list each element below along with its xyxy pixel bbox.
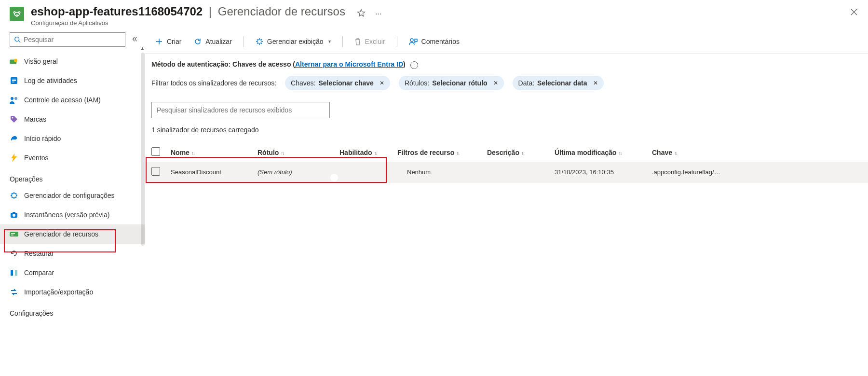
sidebar-item-compare[interactable]: Comparar (0, 263, 145, 282)
filter-pill-keys[interactable]: Chaves: Selecionar chave ✕ (285, 76, 390, 90)
gear-icon (256, 38, 263, 45)
col-header-key[interactable]: Chave↑↓ (652, 149, 863, 156)
svg-point-22 (258, 40, 261, 43)
tags-icon (10, 115, 18, 124)
sidebar-item-activity-log[interactable]: Log de atividades (0, 71, 145, 90)
cell-filters: Nenhum (397, 168, 487, 176)
filter-label: Filtrar todos os sinalizadores de recurs… (151, 79, 276, 87)
select-all-checkbox[interactable] (151, 147, 160, 156)
col-header-name[interactable]: Nome↑↓ (171, 149, 258, 156)
filter-pill-date[interactable]: Data: Selecionar data ✕ (513, 76, 604, 90)
toolbar-label: Atualizar (205, 38, 231, 45)
toolbar-label: Comentários (421, 38, 460, 45)
cell-label: (Sem rótulo) (258, 168, 339, 176)
refresh-icon (194, 38, 202, 45)
separator (342, 36, 343, 47)
compare-icon (10, 268, 18, 277)
auth-suffix: ) (403, 60, 406, 68)
scrollbar[interactable] (141, 53, 145, 246)
sidebar-search-input[interactable] (10, 32, 125, 47)
feedback-button[interactable]: Comentários (403, 33, 465, 50)
search-flags-input[interactable] (151, 102, 330, 118)
sidebar-item-label: Eventos (24, 154, 49, 162)
svg-point-23 (410, 39, 413, 42)
sidebar-item-label: Controle de acesso (IAM) (24, 96, 101, 104)
svg-point-11 (14, 97, 17, 100)
page-title: Gerenciador de recursos (218, 5, 345, 18)
svg-rect-21 (15, 270, 17, 276)
main-content: Criar Atualizar Gerenciar exibição ▾ Exc… (145, 29, 868, 374)
row-checkbox[interactable] (151, 167, 160, 176)
svg-point-12 (12, 117, 14, 119)
sidebar-item-quickstart[interactable]: Início rápido (0, 129, 145, 148)
svg-point-5 (14, 59, 17, 62)
config-manager-icon (10, 191, 18, 200)
sidebar-item-config-manager[interactable]: Gerenciador de configurações (0, 186, 145, 205)
close-icon[interactable] (851, 9, 857, 17)
svg-rect-19 (11, 235, 14, 236)
info-icon[interactable]: i (410, 61, 418, 69)
quickstart-icon (10, 134, 18, 143)
filter-pill-labels[interactable]: Rótulos: Selecionar rótulo ✕ (399, 76, 504, 90)
separator (397, 36, 397, 47)
col-header-filters[interactable]: Filtros de recurso↑↓ (397, 149, 487, 156)
activity-log-icon (10, 76, 18, 85)
sidebar-item-restore[interactable]: Restaurar (0, 244, 145, 263)
plus-icon (155, 38, 163, 45)
table-row[interactable]: SeasonalDiscount (Sem rótulo) Nenhum 31/… (145, 162, 868, 183)
import-export-icon (10, 288, 18, 296)
svg-point-10 (11, 97, 14, 100)
sidebar-item-feature-manager[interactable]: Gerenciador de recursos (0, 224, 145, 244)
svg-rect-18 (11, 233, 15, 234)
clear-icon[interactable]: ✕ (493, 80, 498, 86)
separator (244, 36, 244, 47)
collapse-sidebar-icon[interactable] (131, 36, 138, 44)
clear-icon[interactable]: ✕ (380, 80, 384, 86)
sidebar-item-label: Gerenciador de configurações (24, 192, 115, 199)
svg-point-0 (14, 12, 15, 13)
sidebar-section-operations: Operações (0, 167, 145, 186)
sidebar-section-settings: Configurações (0, 302, 145, 320)
svg-point-1 (18, 12, 20, 13)
svg-rect-17 (10, 232, 18, 237)
sidebar-item-import-export[interactable]: Importação/exportação (0, 282, 145, 302)
sidebar-item-tags[interactable]: Marcas (0, 110, 145, 129)
sidebar: Visão geral Log de atividades Controle d… (0, 29, 145, 374)
delete-button: Excluir (349, 33, 391, 50)
resource-name: eshop-app-features1168054702 (31, 5, 203, 18)
manage-view-button[interactable]: Gerenciar exibição ▾ (250, 33, 337, 50)
feature-manager-icon (10, 230, 18, 238)
auth-switch-link[interactable]: Alternar para o Microsoft Entra ID (295, 60, 403, 68)
events-icon (10, 153, 18, 162)
svg-point-2 (16, 15, 17, 16)
refresh-button[interactable]: Atualizar (188, 33, 237, 50)
restore-icon (10, 249, 18, 258)
sidebar-item-overview[interactable]: Visão geral (0, 52, 145, 71)
favorite-icon[interactable] (357, 9, 366, 19)
sidebar-item-events[interactable]: Eventos (0, 148, 145, 167)
resource-icon (10, 7, 24, 21)
col-header-modified[interactable]: Última modificação↑↓ (555, 149, 652, 156)
chevron-down-icon: ▾ (328, 39, 331, 44)
sidebar-item-access-control[interactable]: Controle de acesso (IAM) (0, 90, 145, 110)
svg-rect-9 (12, 82, 14, 83)
loaded-count: 1 sinalizador de recursos carregado (145, 118, 868, 134)
create-button[interactable]: Criar (149, 33, 187, 50)
cell-name: SeasonalDiscount (171, 168, 258, 176)
col-header-label[interactable]: Rótulo↑↓ (258, 149, 339, 156)
auth-prefix: Método de autenticação: Chaves de acesso… (151, 60, 295, 68)
resource-type: Configuração de Aplicativos (31, 19, 345, 27)
sidebar-item-label: Gerenciador de recursos (24, 230, 98, 238)
sidebar-item-snapshots[interactable]: Instantâneos (versão prévia) (0, 205, 145, 224)
svg-point-16 (13, 214, 15, 217)
col-header-enabled[interactable]: Habilitado↑↓ (339, 149, 397, 156)
toolbar-label: Excluir (365, 38, 385, 45)
sidebar-item-label: Log de atividades (24, 77, 77, 84)
feedback-icon (409, 38, 418, 45)
overview-icon (10, 57, 18, 66)
search-icon (14, 36, 21, 43)
clear-icon[interactable]: ✕ (593, 80, 598, 86)
more-icon[interactable]: ⋯ (375, 10, 381, 17)
grid-header: Nome↑↓ Rótulo↑↓ Habilitado↑↓ Filtros de … (145, 143, 868, 162)
col-header-description[interactable]: Descrição↑↓ (487, 149, 555, 156)
